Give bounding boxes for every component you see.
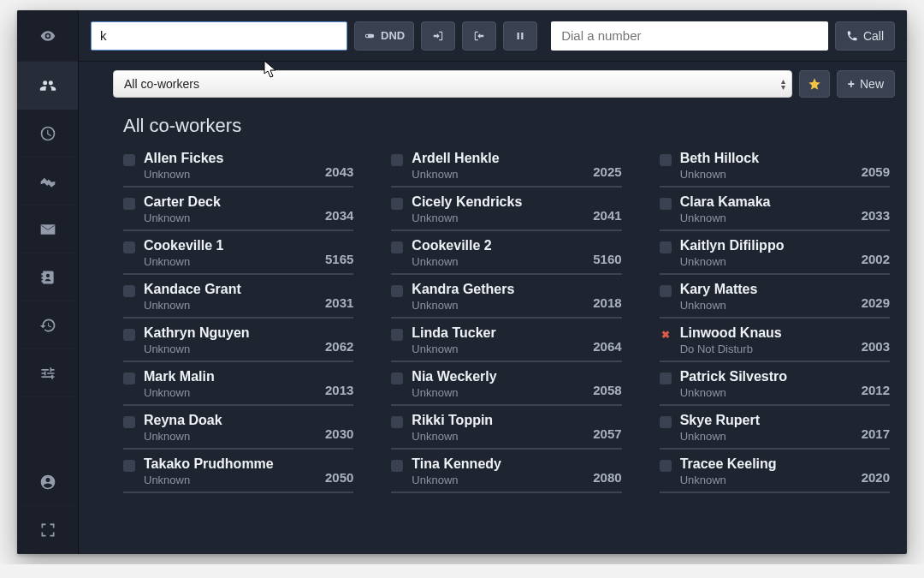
contact-item[interactable]: Rikki ToppinUnknown2057 [391, 406, 621, 450]
contact-item[interactable]: ✖Linwood KnausDo Not Disturb2003 [660, 319, 890, 362]
contact-grid: Allen FickesUnknown2043Ardell HenkleUnkn… [123, 144, 890, 493]
contact-item[interactable]: Beth HillockUnknown2059 [660, 144, 890, 188]
contact-name: Carter Deck [144, 194, 317, 210]
contact-status: Unknown [680, 212, 853, 224]
presence-unknown-icon [660, 285, 672, 297]
star-icon [808, 77, 821, 91]
contact-name: Reyna Doak [144, 413, 317, 428]
sidebar-item-recent[interactable] [17, 110, 78, 158]
contact-item[interactable]: Nia WeckerlyUnknown2058 [391, 362, 621, 406]
contact-extension: 2029 [862, 295, 890, 310]
sidebar-item-profile[interactable] [17, 458, 78, 506]
contact-item[interactable]: Carter DeckUnknown2034 [123, 188, 353, 231]
contact-item[interactable]: Tracee KeelingUnknown2020 [660, 450, 890, 493]
contact-name: Rikki Toppin [412, 413, 584, 428]
presence-unknown-icon [123, 329, 135, 341]
contact-status: Unknown [412, 212, 584, 224]
plus-icon: + [848, 77, 855, 91]
contact-name: Cookeville 2 [412, 238, 584, 253]
contact-item[interactable]: Cookeville 1Unknown5165 [123, 231, 353, 275]
contact-status: Unknown [144, 255, 317, 268]
filter-bar: All co-workers ▴▾ + New [79, 62, 907, 106]
sidebar-item-contacts[interactable] [17, 253, 78, 301]
section-title: All co-workers [123, 115, 890, 137]
dial-input[interactable] [551, 21, 828, 51]
clock-icon [39, 125, 56, 142]
contact-item[interactable]: Clara KamakaUnknown2033 [660, 188, 890, 231]
contact-item[interactable]: Reyna DoakUnknown2030 [123, 406, 353, 450]
contact-status: Unknown [144, 430, 317, 443]
contact-item[interactable]: Linda TuckerUnknown2064 [391, 319, 621, 362]
presence-unknown-icon [660, 154, 672, 166]
contact-status: Unknown [412, 168, 584, 181]
presence-unknown-icon [391, 285, 403, 297]
user-circle-icon [39, 474, 56, 491]
new-button[interactable]: + New [837, 70, 895, 98]
contact-item[interactable]: Takako PrudhommeUnknown2050 [123, 450, 353, 493]
contact-name: Kary Mattes [680, 282, 853, 297]
frame-icon [39, 521, 56, 539]
contact-name: Nia Weckerly [412, 369, 584, 384]
sidebar-item-coworkers[interactable] [17, 62, 78, 110]
sidebar-item-settings[interactable] [17, 349, 78, 397]
dnd-button[interactable]: DND [354, 21, 414, 51]
contact-item[interactable]: Cookeville 2Unknown5160 [391, 231, 621, 275]
contact-name: Clara Kamaka [680, 194, 853, 210]
contact-status: Unknown [412, 474, 584, 486]
call-button[interactable]: Call [835, 21, 895, 51]
contact-item[interactable]: Kary MattesUnknown2029 [660, 275, 890, 319]
contact-item[interactable]: Kandra GethersUnknown2018 [391, 275, 621, 319]
presence-unknown-icon [391, 416, 403, 428]
presence-unknown-icon [391, 198, 403, 210]
contact-name: Beth Hillock [680, 151, 853, 166]
sidebar-item-history[interactable] [17, 301, 78, 349]
presence-unknown-icon [391, 460, 403, 472]
sidebar-item-visibility[interactable] [17, 10, 78, 62]
login-button[interactable] [421, 21, 455, 51]
group-select[interactable]: All co-workers [113, 70, 792, 98]
sidebar-item-handshake[interactable] [17, 158, 78, 206]
contact-name: Linda Tucker [412, 325, 584, 341]
contact-extension: 2031 [325, 295, 353, 310]
contact-status: Unknown [680, 299, 853, 312]
presence-unknown-icon [123, 241, 135, 253]
contact-item[interactable]: Allen FickesUnknown2043 [123, 144, 353, 188]
contact-status: Do Not Disturb [680, 343, 853, 355]
presence-unknown-icon [660, 241, 672, 253]
contact-extension: 2030 [325, 426, 353, 441]
sidebar-item-layout[interactable] [17, 506, 78, 554]
sidebar-item-messages[interactable] [17, 206, 78, 253]
contact-item[interactable]: Skye RupertUnknown2017 [660, 406, 890, 450]
presence-unknown-icon [391, 372, 403, 384]
contact-status: Unknown [144, 474, 317, 486]
favorite-button[interactable] [799, 70, 830, 98]
logout-button[interactable] [462, 21, 496, 51]
presence-unknown-icon [660, 372, 672, 384]
contact-name: Allen Fickes [144, 151, 317, 166]
contact-item[interactable]: Tina KennedyUnknown2080 [391, 450, 621, 493]
contact-name: Patrick Silvestro [680, 369, 853, 384]
contact-name: Kandra Gethers [412, 282, 584, 297]
presence-unknown-icon [391, 154, 403, 166]
contact-item[interactable]: Kathryn NguyenUnknown2062 [123, 319, 353, 362]
login-icon [432, 30, 444, 42]
contact-item[interactable]: Ardell HenkleUnknown2025 [391, 144, 621, 188]
contact-item[interactable]: Mark MalinUnknown2013 [123, 362, 353, 406]
contact-status: Unknown [144, 168, 317, 181]
contact-extension: 2064 [593, 339, 621, 354]
search-input[interactable] [91, 21, 347, 51]
contact-extension: 2013 [325, 383, 353, 397]
contact-status: Unknown [680, 168, 853, 181]
dnd-label: DND [381, 29, 405, 42]
contact-status: Unknown [680, 430, 853, 443]
contact-name: Skye Rupert [680, 413, 853, 428]
presence-unknown-icon [123, 285, 135, 297]
contact-item[interactable]: Kaitlyn DifilippoUnknown2002 [660, 231, 890, 275]
pause-button[interactable] [503, 21, 537, 51]
contact-item[interactable]: Cicely KendricksUnknown2041 [391, 188, 621, 231]
contact-item[interactable]: Patrick SilvestroUnknown2012 [660, 362, 890, 406]
contact-name: Linwood Knaus [680, 325, 853, 341]
contact-item[interactable]: Kandace GrantUnknown2031 [123, 275, 353, 319]
contact-name: Cicely Kendricks [412, 194, 584, 210]
users-icon [39, 77, 56, 94]
